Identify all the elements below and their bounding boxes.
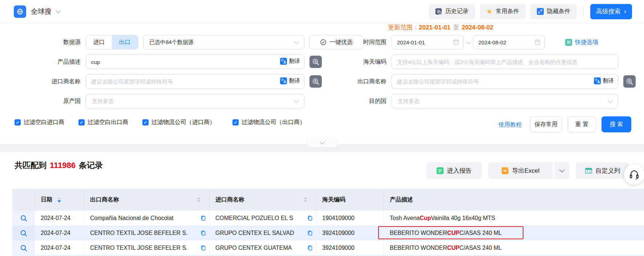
product-desc-wrap: 中A 翻译 — [86, 55, 304, 69]
row-detail-cell — [12, 240, 35, 255]
enter-report-label: 进入报告 — [447, 167, 472, 175]
export-excel-dropdown-button[interactable] — [554, 162, 570, 179]
app-switcher-chevron-icon[interactable] — [56, 8, 61, 13]
quick-options-link[interactable]: ⌘ 快捷选项 — [565, 35, 598, 49]
copy-icon[interactable] — [307, 245, 313, 251]
datasource-select[interactable]: 已选中84个数据源 — [143, 35, 304, 49]
custom-columns-button[interactable]: 自定义列 — [576, 162, 629, 179]
filter-blank-exporter[interactable]: ✓ 过滤空白出口商 — [78, 119, 128, 126]
copy-icon[interactable] — [200, 230, 206, 236]
translate-label: 翻译 — [289, 58, 300, 65]
results-table: 日期 出口商名称 进口商名称 海关编码 产品描述 — [12, 189, 644, 255]
header-importer[interactable]: 进口商名称 — [210, 189, 316, 211]
date-cell: 2024-07-24 — [35, 240, 84, 255]
exporter-name-input[interactable] — [392, 74, 618, 89]
product-desc-label: 产品描述 — [15, 55, 81, 69]
export-excel-button[interactable]: 导出Excel — [488, 162, 553, 179]
hs-code-cell: 1904109000 — [316, 211, 384, 225]
export-excel-label: 导出Excel — [512, 167, 540, 175]
dest-country-select[interactable]: 支持多选 — [392, 94, 618, 108]
keyword-highlight: CUP — [447, 245, 459, 251]
checkbox-checked-icon[interactable]: ✓ — [232, 119, 239, 125]
copy-icon[interactable] — [307, 215, 313, 221]
importer-name-input[interactable] — [86, 74, 304, 89]
hs-code-input[interactable] — [392, 55, 618, 69]
hs-code-label: 海关编码 — [331, 55, 386, 69]
checkbox-checked-icon[interactable]: ✓ — [78, 119, 85, 125]
hide-conditions-button[interactable]: 隐藏条件 — [530, 4, 577, 19]
magnifier-icon[interactable] — [20, 229, 27, 237]
results-summary: 共匹配到 111986 条记录 — [15, 160, 103, 171]
importer-cell: GRUPO CENTEX EL SALVAD — [210, 225, 316, 240]
translate-label: 翻译 — [603, 77, 614, 84]
translate-button[interactable]: 中A 翻译 — [280, 58, 300, 65]
date-range-separator: – — [466, 35, 471, 49]
search-button[interactable]: 搜 索 — [602, 116, 631, 132]
command-icon: ⌘ — [565, 39, 572, 46]
translate-search-icon-button[interactable] — [309, 56, 322, 68]
tab-import[interactable]: 进口 — [86, 35, 112, 49]
enter-report-button[interactable]: 进入报告 — [426, 162, 482, 179]
checkbox-checked-icon[interactable]: ✓ — [142, 119, 149, 125]
copy-icon[interactable] — [200, 245, 206, 251]
checkbox-checked-icon[interactable]: ✓ — [15, 119, 21, 125]
product-desc-cell: BEBERITO WONDER CUP C/ASAS 240 ML — [384, 225, 644, 240]
filter-logistics-exporter[interactable]: ✓ 过滤物流公司（出口商） — [232, 119, 305, 126]
filter-logistics-importer[interactable]: ✓ 过滤物流公司（进口商） — [142, 119, 215, 126]
translate-button[interactable]: 中A 翻译 — [594, 77, 614, 84]
update-range-label: 更新范围： — [388, 24, 419, 31]
calendar-icon[interactable] — [534, 39, 540, 47]
date-end-wrap — [473, 35, 545, 49]
translate-search-icon-button[interactable] — [623, 75, 636, 88]
filter-label: 过滤物流公司（出口商） — [242, 119, 305, 126]
tab-export[interactable]: 出口 — [112, 35, 138, 49]
history-button[interactable]: 历史记录 — [429, 4, 475, 19]
dest-country-placeholder: 支持多选 — [398, 98, 420, 105]
magnifier-icon[interactable] — [20, 244, 27, 252]
translate-search-icon-button[interactable] — [309, 75, 322, 88]
custom-columns-label: 自定义列 — [596, 167, 620, 175]
header-date[interactable]: 日期 — [35, 189, 84, 211]
filter-blank-importer[interactable]: ✓ 过滤空白进口商 — [15, 119, 64, 126]
sort-icons[interactable] — [304, 197, 307, 203]
origin-country-select[interactable]: 支持多选 — [86, 94, 304, 108]
magnifier-icon[interactable] — [20, 215, 27, 222]
tutorial-link[interactable]: 使用教程 — [498, 117, 522, 132]
history-icon — [435, 8, 442, 15]
keyword-highlight: CUP — [447, 230, 459, 236]
time-range-label: 时间范围 — [331, 35, 386, 49]
app-brand[interactable]: 全球搜 — [14, 5, 60, 18]
translate-icon: 中A — [280, 77, 287, 84]
update-range-from: 2021-01-01 — [419, 24, 450, 31]
table-row: 2024-07-24 CENTRO TEXTIL JOSE BEFELER S.… — [12, 225, 644, 240]
filter-label: 过滤物流公司（进口商） — [151, 119, 215, 126]
translate-button[interactable]: 中A 翻译 — [280, 77, 300, 84]
sort-icons[interactable] — [197, 197, 201, 203]
quick-options-label: 快捷选项 — [575, 39, 598, 46]
favorites-button[interactable]: ★ 常用条件 — [480, 4, 526, 19]
importer-cell: GRUPO CENTEX GUATEMA — [210, 240, 316, 255]
collapse-form-tab[interactable] — [307, 139, 338, 147]
copy-icon[interactable] — [307, 230, 313, 236]
copy-icon[interactable] — [200, 215, 206, 221]
date-cell: 2024-07-24 — [35, 225, 84, 240]
exporter-cell: Compañia Nacional de Chocolat — [84, 211, 210, 225]
advanced-search-button[interactable]: 高级搜索 › — [590, 4, 632, 19]
importer-name-wrap: 中A 翻译 — [86, 74, 304, 89]
header-exporter[interactable]: 出口商名称 — [84, 189, 210, 211]
chevron-down-icon — [294, 97, 299, 103]
chevron-down-icon — [320, 139, 325, 144]
save-common-button[interactable]: 保存常用 — [530, 116, 562, 132]
keyword-highlight: Cup — [420, 215, 431, 221]
calendar-icon[interactable] — [453, 39, 459, 47]
circle-check-icon — [320, 39, 327, 45]
sort-icons[interactable] — [57, 197, 61, 203]
product-desc-input[interactable] — [86, 55, 304, 69]
translate-label: 翻译 — [289, 77, 300, 84]
global-search-page: 全球搜 历史记录 ★ 常用条件 隐藏条件 高级搜索 — [0, 0, 644, 256]
chevron-down-icon — [608, 97, 613, 103]
importer-cell: COMERCIAL POZUELO EL S — [210, 211, 316, 225]
hs-code-wrap — [392, 55, 618, 69]
reset-button[interactable]: 重 置 — [568, 116, 596, 132]
customer-support-button[interactable] — [624, 164, 644, 185]
